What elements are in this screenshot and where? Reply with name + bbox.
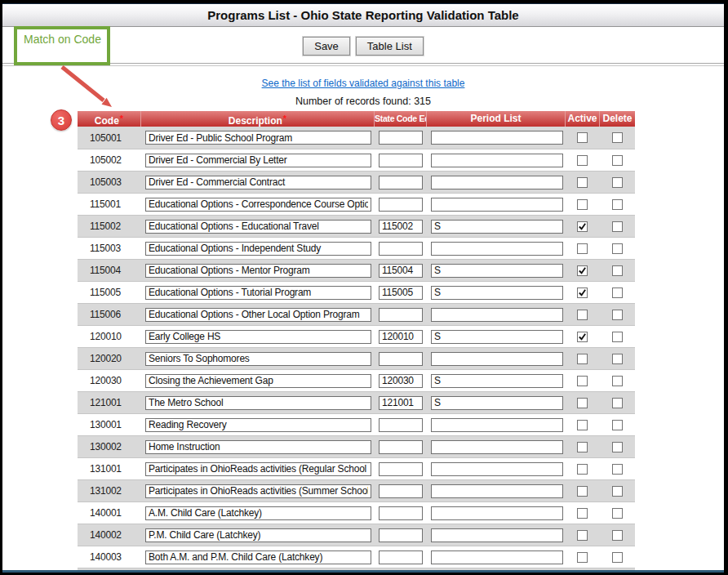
period-list-input[interactable]: [431, 396, 563, 410]
description-input[interactable]: [145, 264, 371, 278]
table-list-button[interactable]: Table List: [356, 37, 424, 56]
delete-checkbox[interactable]: [612, 265, 623, 276]
period-list-input[interactable]: [431, 286, 563, 300]
state-code-input[interactable]: [379, 264, 423, 278]
active-checkbox[interactable]: [577, 265, 588, 276]
period-list-input[interactable]: [431, 264, 563, 278]
description-input[interactable]: [145, 374, 371, 388]
active-checkbox[interactable]: [577, 132, 588, 143]
state-code-input[interactable]: [379, 308, 423, 322]
delete-checkbox[interactable]: [612, 199, 623, 210]
state-code-input[interactable]: [379, 440, 423, 454]
delete-checkbox[interactable]: [612, 132, 623, 143]
description-input[interactable]: [145, 573, 371, 573]
description-input[interactable]: [145, 396, 371, 410]
active-checkbox[interactable]: [577, 177, 588, 188]
active-checkbox[interactable]: [577, 442, 588, 452]
period-list-input[interactable]: [431, 308, 563, 322]
delete-checkbox[interactable]: [612, 332, 623, 342]
period-list-input[interactable]: [431, 506, 563, 520]
active-checkbox[interactable]: [577, 221, 588, 232]
period-list-input[interactable]: [431, 198, 563, 212]
active-checkbox[interactable]: [577, 332, 588, 342]
delete-checkbox[interactable]: [612, 398, 623, 408]
period-list-input[interactable]: [431, 440, 563, 454]
state-code-input[interactable]: [379, 374, 423, 388]
state-code-input[interactable]: [379, 330, 423, 344]
description-input[interactable]: [145, 131, 371, 145]
state-code-input[interactable]: [379, 352, 423, 366]
period-list-input[interactable]: [431, 131, 563, 145]
delete-checkbox[interactable]: [612, 552, 623, 563]
period-list-input[interactable]: [431, 374, 563, 388]
active-checkbox[interactable]: [577, 243, 588, 254]
description-input[interactable]: [145, 440, 371, 454]
delete-checkbox[interactable]: [612, 464, 623, 475]
state-code-input[interactable]: [379, 286, 423, 300]
description-input[interactable]: [145, 220, 371, 234]
delete-checkbox[interactable]: [612, 221, 623, 232]
active-checkbox[interactable]: [577, 530, 588, 541]
delete-checkbox[interactable]: [612, 442, 623, 452]
state-code-input[interactable]: [379, 506, 423, 520]
delete-checkbox[interactable]: [612, 486, 623, 497]
description-input[interactable]: [145, 462, 371, 476]
active-checkbox[interactable]: [577, 354, 588, 364]
description-input[interactable]: [145, 176, 371, 189]
active-checkbox[interactable]: [577, 199, 588, 210]
state-code-input[interactable]: [379, 131, 423, 145]
delete-checkbox[interactable]: [612, 155, 623, 166]
state-code-input[interactable]: [379, 220, 423, 234]
state-code-input[interactable]: [379, 176, 423, 189]
period-list-input[interactable]: [431, 550, 563, 564]
period-list-input[interactable]: [431, 154, 563, 167]
state-code-input[interactable]: [379, 528, 423, 542]
active-checkbox[interactable]: [577, 486, 588, 497]
period-list-input[interactable]: [431, 242, 563, 256]
save-button[interactable]: Save: [303, 37, 350, 56]
active-checkbox[interactable]: [577, 464, 588, 475]
state-code-input[interactable]: [379, 198, 423, 212]
description-input[interactable]: [145, 286, 371, 300]
state-code-input[interactable]: [379, 484, 423, 498]
active-checkbox[interactable]: [577, 288, 588, 298]
period-list-input[interactable]: [431, 418, 563, 432]
active-checkbox[interactable]: [577, 552, 588, 563]
period-list-input[interactable]: [431, 528, 563, 542]
delete-checkbox[interactable]: [612, 288, 623, 298]
delete-checkbox[interactable]: [612, 420, 623, 430]
period-list-input[interactable]: [431, 352, 563, 366]
description-input[interactable]: [145, 330, 371, 344]
state-code-input[interactable]: [379, 154, 423, 167]
period-list-input[interactable]: [431, 573, 563, 573]
description-input[interactable]: [145, 418, 371, 432]
state-code-input[interactable]: [379, 550, 423, 564]
active-checkbox[interactable]: [577, 508, 588, 519]
period-list-input[interactable]: [431, 462, 563, 476]
delete-checkbox[interactable]: [612, 354, 623, 364]
description-input[interactable]: [145, 308, 371, 322]
period-list-input[interactable]: [431, 330, 563, 344]
active-checkbox[interactable]: [577, 398, 588, 408]
description-input[interactable]: [145, 528, 371, 542]
delete-checkbox[interactable]: [612, 243, 623, 254]
active-checkbox[interactable]: [577, 310, 588, 320]
delete-checkbox[interactable]: [612, 508, 623, 519]
active-checkbox[interactable]: [577, 376, 588, 386]
delete-checkbox[interactable]: [612, 530, 623, 541]
delete-checkbox[interactable]: [612, 177, 623, 188]
validated-fields-link[interactable]: See the list of fields validated against…: [262, 78, 465, 89]
description-input[interactable]: [145, 550, 371, 564]
period-list-input[interactable]: [431, 220, 563, 234]
active-checkbox[interactable]: [577, 155, 588, 166]
period-list-input[interactable]: [431, 176, 563, 189]
description-input[interactable]: [145, 484, 371, 498]
description-input[interactable]: [145, 242, 371, 256]
state-code-input[interactable]: [379, 242, 423, 256]
period-list-input[interactable]: [431, 484, 563, 498]
state-code-input[interactable]: [379, 462, 423, 476]
state-code-input[interactable]: [379, 573, 423, 573]
description-input[interactable]: [145, 352, 371, 366]
state-code-input[interactable]: [379, 396, 423, 410]
active-checkbox[interactable]: [577, 420, 588, 430]
